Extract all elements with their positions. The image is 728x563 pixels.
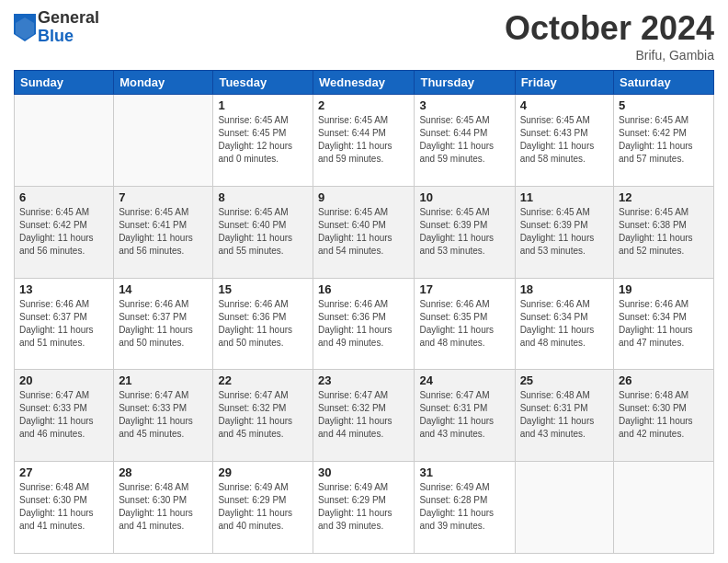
day-info: Sunrise: 6:45 AMSunset: 6:41 PMDaylight:… [119,206,208,258]
table-row: 21Sunrise: 6:47 AMSunset: 6:33 PMDayligh… [114,370,213,462]
logo-general: General [38,9,99,28]
calendar-header-row: Sunday Monday Tuesday Wednesday Thursday… [15,71,714,95]
day-number: 9 [318,190,409,204]
day-info: Sunrise: 6:45 AMSunset: 6:42 PMDaylight:… [19,206,108,258]
month-title: October 2024 [505,9,714,48]
day-info: Sunrise: 6:45 AMSunset: 6:43 PMDaylight:… [520,114,609,166]
day-number: 30 [318,465,409,479]
day-number: 4 [520,98,609,112]
day-info: Sunrise: 6:47 AMSunset: 6:32 PMDaylight:… [318,389,409,441]
header: General Blue October 2024 Brifu, Gambia [14,9,714,63]
day-info: Sunrise: 6:45 AMSunset: 6:44 PMDaylight:… [419,114,509,166]
col-wednesday: Wednesday [313,71,415,95]
day-number: 28 [119,465,208,479]
table-row: 12Sunrise: 6:45 AMSunset: 6:38 PMDayligh… [614,186,714,278]
table-row: 17Sunrise: 6:46 AMSunset: 6:35 PMDayligh… [415,278,515,370]
day-number: 22 [218,373,308,387]
table-row: 23Sunrise: 6:47 AMSunset: 6:32 PMDayligh… [313,370,415,462]
table-row [114,95,213,187]
day-number: 1 [218,98,308,112]
day-info: Sunrise: 6:45 AMSunset: 6:44 PMDaylight:… [318,114,409,166]
table-row [15,95,114,187]
table-row: 31Sunrise: 6:49 AMSunset: 6:28 PMDayligh… [415,462,515,554]
table-row: 8Sunrise: 6:45 AMSunset: 6:40 PMDaylight… [213,186,313,278]
table-row: 16Sunrise: 6:46 AMSunset: 6:36 PMDayligh… [313,278,415,370]
day-number: 3 [419,98,509,112]
day-number: 14 [119,282,208,296]
table-row: 22Sunrise: 6:47 AMSunset: 6:32 PMDayligh… [213,370,313,462]
day-info: Sunrise: 6:47 AMSunset: 6:32 PMDaylight:… [218,389,308,441]
day-number: 27 [19,465,108,479]
day-number: 26 [619,373,709,387]
table-row: 1Sunrise: 6:45 AMSunset: 6:45 PMDaylight… [213,95,313,187]
day-info: Sunrise: 6:46 AMSunset: 6:37 PMDaylight:… [119,298,208,350]
day-info: Sunrise: 6:46 AMSunset: 6:35 PMDaylight:… [419,298,509,350]
table-row: 18Sunrise: 6:46 AMSunset: 6:34 PMDayligh… [515,278,613,370]
day-number: 25 [520,373,609,387]
day-info: Sunrise: 6:46 AMSunset: 6:37 PMDaylight:… [19,298,108,350]
day-number: 21 [119,373,208,387]
day-info: Sunrise: 6:45 AMSunset: 6:42 PMDaylight:… [619,114,709,166]
day-number: 20 [19,373,108,387]
table-row: 14Sunrise: 6:46 AMSunset: 6:37 PMDayligh… [114,278,213,370]
table-row: 27Sunrise: 6:48 AMSunset: 6:30 PMDayligh… [15,462,114,554]
table-row [614,462,714,554]
day-number: 5 [619,98,709,112]
day-info: Sunrise: 6:46 AMSunset: 6:34 PMDaylight:… [619,298,709,350]
col-tuesday: Tuesday [213,71,313,95]
col-monday: Monday [114,71,213,95]
table-row: 28Sunrise: 6:48 AMSunset: 6:30 PMDayligh… [114,462,213,554]
day-number: 11 [520,190,609,204]
calendar-table: Sunday Monday Tuesday Wednesday Thursday… [14,70,714,554]
table-row [515,462,613,554]
title-block: October 2024 Brifu, Gambia [505,9,714,63]
day-number: 15 [218,282,308,296]
day-number: 6 [19,190,108,204]
logo: General Blue [14,9,99,46]
table-row: 6Sunrise: 6:45 AMSunset: 6:42 PMDaylight… [15,186,114,278]
day-number: 19 [619,282,709,296]
day-info: Sunrise: 6:46 AMSunset: 6:34 PMDaylight:… [520,298,609,350]
day-info: Sunrise: 6:45 AMSunset: 6:39 PMDaylight:… [520,206,609,258]
day-number: 16 [318,282,409,296]
location-subtitle: Brifu, Gambia [505,48,714,63]
day-number: 18 [520,282,609,296]
calendar-week-row: 27Sunrise: 6:48 AMSunset: 6:30 PMDayligh… [15,462,714,554]
day-number: 12 [619,190,709,204]
col-sunday: Sunday [15,71,114,95]
day-info: Sunrise: 6:45 AMSunset: 6:39 PMDaylight:… [419,206,509,258]
page: General Blue October 2024 Brifu, Gambia … [0,0,728,563]
table-row: 13Sunrise: 6:46 AMSunset: 6:37 PMDayligh… [15,278,114,370]
calendar-week-row: 13Sunrise: 6:46 AMSunset: 6:37 PMDayligh… [15,278,714,370]
col-saturday: Saturday [614,71,714,95]
calendar-week-row: 1Sunrise: 6:45 AMSunset: 6:45 PMDaylight… [15,95,714,187]
col-friday: Friday [515,71,613,95]
table-row: 19Sunrise: 6:46 AMSunset: 6:34 PMDayligh… [614,278,714,370]
day-info: Sunrise: 6:48 AMSunset: 6:31 PMDaylight:… [520,389,609,441]
day-info: Sunrise: 6:49 AMSunset: 6:29 PMDaylight:… [218,481,308,533]
day-number: 8 [218,190,308,204]
table-row: 4Sunrise: 6:45 AMSunset: 6:43 PMDaylight… [515,95,613,187]
day-info: Sunrise: 6:45 AMSunset: 6:38 PMDaylight:… [619,206,709,258]
table-row: 7Sunrise: 6:45 AMSunset: 6:41 PMDaylight… [114,186,213,278]
table-row: 9Sunrise: 6:45 AMSunset: 6:40 PMDaylight… [313,186,415,278]
calendar-week-row: 6Sunrise: 6:45 AMSunset: 6:42 PMDaylight… [15,186,714,278]
day-number: 17 [419,282,509,296]
day-info: Sunrise: 6:49 AMSunset: 6:28 PMDaylight:… [419,481,509,533]
day-number: 31 [419,465,509,479]
day-info: Sunrise: 6:48 AMSunset: 6:30 PMDaylight:… [619,389,709,441]
day-info: Sunrise: 6:46 AMSunset: 6:36 PMDaylight:… [318,298,409,350]
day-info: Sunrise: 6:49 AMSunset: 6:29 PMDaylight:… [318,481,409,533]
day-info: Sunrise: 6:47 AMSunset: 6:33 PMDaylight:… [19,389,108,441]
day-info: Sunrise: 6:46 AMSunset: 6:36 PMDaylight:… [218,298,308,350]
day-number: 7 [119,190,208,204]
day-info: Sunrise: 6:48 AMSunset: 6:30 PMDaylight:… [119,481,208,533]
logo-text: General Blue [38,9,99,46]
day-number: 10 [419,190,509,204]
calendar-week-row: 20Sunrise: 6:47 AMSunset: 6:33 PMDayligh… [15,370,714,462]
col-thursday: Thursday [415,71,515,95]
table-row: 26Sunrise: 6:48 AMSunset: 6:30 PMDayligh… [614,370,714,462]
table-row: 20Sunrise: 6:47 AMSunset: 6:33 PMDayligh… [15,370,114,462]
day-number: 23 [318,373,409,387]
table-row: 10Sunrise: 6:45 AMSunset: 6:39 PMDayligh… [415,186,515,278]
